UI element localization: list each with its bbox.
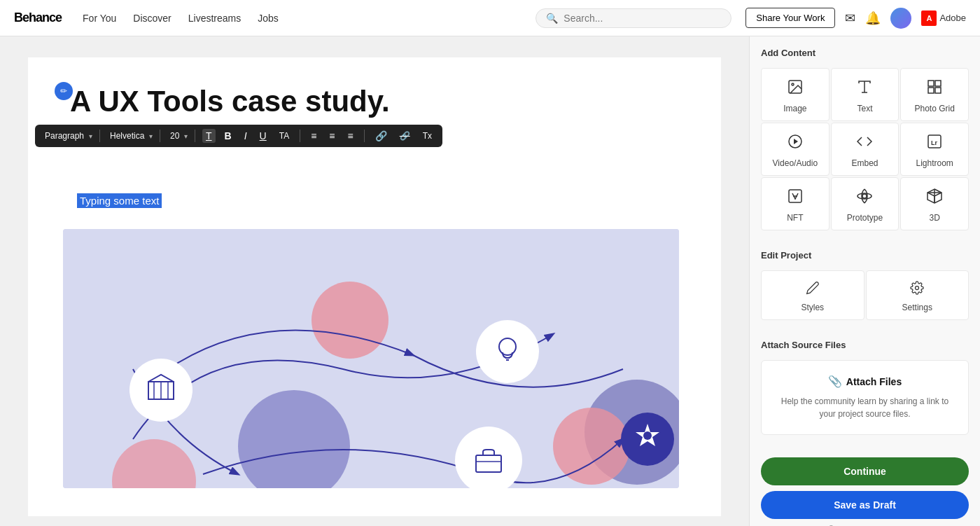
font-chevron-icon: ▾ bbox=[149, 132, 153, 140]
lightroom-icon: Lr bbox=[926, 133, 943, 154]
svg-text:Lr: Lr bbox=[931, 139, 937, 146]
add-content-title: Add Content bbox=[761, 48, 969, 58]
align-right-button[interactable]: ≡ bbox=[344, 129, 357, 143]
add-content-section: Add Content Image bbox=[750, 36, 980, 239]
embed-icon bbox=[856, 133, 873, 154]
attach-files-button[interactable]: 📎 Attach Files bbox=[773, 375, 957, 388]
gear-icon bbox=[910, 281, 924, 298]
text-content-area[interactable]: Typing some text bbox=[70, 188, 686, 208]
bold-button[interactable]: B bbox=[221, 129, 235, 143]
clear-format-button[interactable]: Tx bbox=[419, 130, 435, 142]
settings-button[interactable]: Settings bbox=[866, 270, 969, 320]
toolbar-divider-1 bbox=[99, 130, 100, 142]
nav-link-discover[interactable]: Discover bbox=[133, 13, 171, 24]
paragraph-chevron-icon: ▾ bbox=[89, 132, 92, 140]
underline-button[interactable]: U bbox=[256, 129, 270, 143]
styles-button[interactable]: Styles bbox=[761, 270, 864, 320]
add-video-button[interactable]: Video/Audio bbox=[761, 123, 830, 176]
adobe-logo: A Adobe bbox=[921, 11, 966, 26]
mail-icon[interactable]: ✉ bbox=[845, 11, 855, 26]
align-center-button[interactable]: ≡ bbox=[326, 129, 338, 143]
adobe-icon: A bbox=[921, 11, 937, 26]
size-select[interactable]: 20 16 24 bbox=[167, 130, 183, 142]
bottom-buttons: Continue Save as Draft View a Preview bbox=[750, 446, 980, 526]
add-embed-button[interactable]: Embed bbox=[831, 123, 899, 176]
font-selector[interactable]: Helvetica Arial ▾ bbox=[107, 130, 153, 142]
project-title[interactable]: A UX Tools case study. bbox=[70, 85, 686, 118]
search-icon: 🔍 bbox=[546, 13, 558, 24]
align-left-button[interactable]: ≡ bbox=[307, 129, 320, 143]
italic-button[interactable]: I bbox=[241, 129, 251, 143]
edit-project-section: Edit Project Styles bbox=[750, 239, 980, 328]
search-input[interactable] bbox=[564, 13, 721, 24]
text-toolbar: Paragraph Heading 1 Heading 2 ▾ Helvetic… bbox=[35, 125, 442, 147]
add-nft-button[interactable]: NFT bbox=[761, 177, 830, 230]
nav-link-livestreams[interactable]: Livestreams bbox=[188, 13, 241, 24]
project-image bbox=[63, 229, 679, 488]
behance-logo[interactable]: Behance bbox=[14, 11, 62, 25]
add-lightroom-button[interactable]: Lr Lightroom bbox=[900, 123, 969, 176]
text-icon bbox=[856, 78, 873, 99]
font-select[interactable]: Helvetica Arial bbox=[107, 130, 148, 142]
toolbar-divider-5 bbox=[364, 130, 365, 142]
link-button[interactable]: 🔗 bbox=[372, 129, 391, 143]
unlink-button[interactable]: 🔗 bbox=[396, 130, 414, 142]
text-underline-button[interactable]: T bbox=[202, 129, 216, 143]
3d-label: 3D bbox=[929, 213, 939, 223]
search-bar: 🔍 bbox=[536, 8, 732, 28]
editor-canvas: ✏ A UX Tools case study. Paragraph Headi… bbox=[28, 57, 721, 516]
toolbar-divider-4 bbox=[300, 130, 300, 142]
svg-point-23 bbox=[792, 83, 794, 85]
paragraph-selector[interactable]: Paragraph Heading 1 Heading 2 ▾ bbox=[42, 130, 92, 142]
svg-rect-27 bbox=[935, 81, 941, 86]
nav-link-jobs[interactable]: Jobs bbox=[258, 13, 279, 24]
svg-marker-31 bbox=[794, 139, 798, 144]
attach-section-title: Attach Source Files bbox=[761, 340, 969, 350]
toolbar-divider-2 bbox=[160, 130, 160, 142]
right-panel: Add Content Image bbox=[749, 36, 980, 526]
add-text-button[interactable]: Text bbox=[831, 68, 899, 121]
editor-area: ✏ A UX Tools case study. Paragraph Headi… bbox=[0, 36, 749, 526]
svg-point-21 bbox=[643, 431, 652, 440]
selected-text[interactable]: Typing some text bbox=[77, 193, 162, 208]
add-image-button[interactable]: Image bbox=[761, 68, 830, 121]
user-avatar[interactable] bbox=[890, 8, 911, 29]
adobe-label: Adobe bbox=[939, 13, 966, 23]
photo-grid-icon bbox=[926, 78, 943, 99]
svg-point-41 bbox=[916, 286, 919, 290]
bell-icon[interactable]: 🔔 bbox=[865, 11, 881, 26]
continue-button[interactable]: Continue bbox=[761, 457, 969, 485]
paragraph-select[interactable]: Paragraph Heading 1 Heading 2 bbox=[42, 130, 88, 142]
nav-link-for-you[interactable]: For You bbox=[83, 13, 116, 24]
prototype-icon bbox=[856, 188, 873, 209]
save-as-draft-button[interactable]: Save as Draft bbox=[761, 491, 969, 519]
photo-grid-label: Photo Grid bbox=[914, 104, 954, 113]
add-photo-grid-button[interactable]: Photo Grid bbox=[900, 68, 969, 121]
edit-project-title: Edit Project bbox=[761, 250, 969, 261]
add-prototype-button[interactable]: Prototype bbox=[831, 177, 899, 230]
styles-label: Styles bbox=[801, 303, 824, 312]
edit-grid: Styles Settings bbox=[761, 270, 969, 320]
prototype-label: Prototype bbox=[847, 213, 883, 223]
size-selector[interactable]: 20 16 24 ▾ bbox=[167, 130, 188, 142]
navbar: Behance For You Discover Livestreams Job… bbox=[0, 0, 980, 36]
pencil-icon bbox=[806, 281, 820, 298]
toolbar-divider-3 bbox=[195, 130, 195, 142]
add-3d-button[interactable]: 3D bbox=[900, 177, 969, 230]
svg-rect-28 bbox=[928, 88, 934, 93]
attach-box: 📎 Attach Files Help the community learn … bbox=[761, 360, 969, 435]
content-grid: Image Text bbox=[761, 68, 969, 230]
text-align-button[interactable]: TA bbox=[276, 130, 293, 142]
attach-description: Help the community learn by sharing a li… bbox=[773, 395, 957, 420]
edit-pencil-button[interactable]: ✏ bbox=[55, 82, 73, 100]
lightroom-label: Lightroom bbox=[916, 158, 953, 168]
share-your-work-button[interactable]: Share Your Work bbox=[746, 8, 835, 28]
settings-label: Settings bbox=[902, 303, 932, 312]
nav-links: For You Discover Livestreams Jobs bbox=[83, 13, 279, 24]
svg-point-11 bbox=[476, 320, 539, 383]
svg-rect-26 bbox=[928, 81, 934, 86]
svg-rect-29 bbox=[935, 88, 941, 93]
image-icon bbox=[787, 78, 804, 99]
video-label: Video/Audio bbox=[773, 158, 818, 168]
navbar-right: Share Your Work ✉ 🔔 A Adobe bbox=[746, 8, 966, 29]
